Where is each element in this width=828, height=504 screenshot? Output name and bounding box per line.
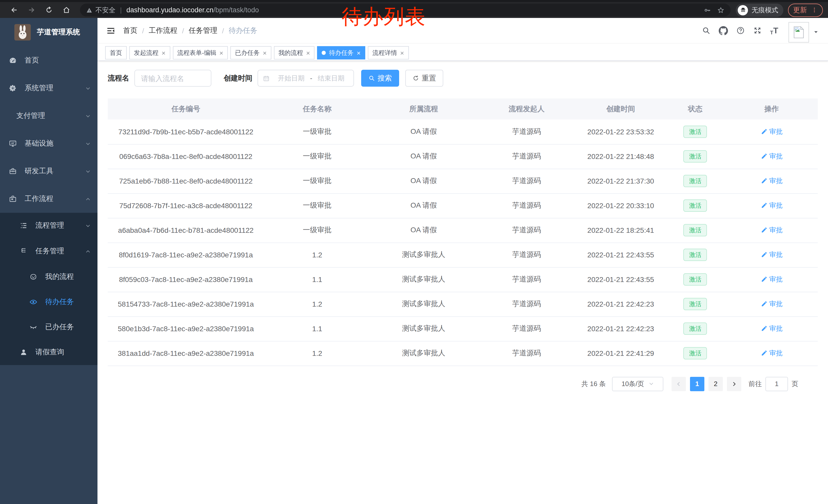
avatar-caret-icon[interactable] <box>813 29 819 35</box>
tab-label: 流程详情 <box>372 48 397 57</box>
key-icon[interactable] <box>704 6 711 13</box>
calendar-icon <box>263 75 270 82</box>
tab-my-process[interactable]: 我的流程× <box>274 46 315 59</box>
prev-page-button[interactable] <box>671 377 686 391</box>
address-bar[interactable]: 不安全 | dashboard.yudao.iocoder.cn /bpm/ta… <box>80 4 731 16</box>
search-button[interactable]: 搜索 <box>361 70 399 87</box>
sidebar-item-label: 系统管理 <box>25 84 53 93</box>
cell-process: OA 请假 <box>370 144 477 169</box>
breadcrumb-item[interactable]: 首页 <box>123 26 137 35</box>
tab-close-icon[interactable]: × <box>306 49 310 56</box>
edit-pen-icon <box>760 276 767 283</box>
cell-time: 2022-01-21 22:42:23 <box>576 292 665 316</box>
chevron-up-icon <box>85 196 91 202</box>
table-row: a6aba0a4-7b6d-11ec-b781-acde48001122一级审批… <box>108 218 818 242</box>
sidebar-item-leave-query[interactable]: 请假查询 <box>0 339 97 365</box>
browser-home-button[interactable] <box>60 4 72 16</box>
tab-close-icon[interactable]: × <box>263 49 266 56</box>
date-range-picker[interactable]: 开始日期 - 结束日期 <box>257 70 354 87</box>
cell-starter: 芋道源码 <box>477 292 576 316</box>
goto-suffix: 页 <box>792 379 798 388</box>
sidebar-item-todo-task[interactable]: 待办任务 <box>0 289 97 314</box>
tab-home[interactable]: 首页 <box>105 46 127 59</box>
fullscreen-icon[interactable] <box>753 26 762 35</box>
sidebar-item-home[interactable]: 首页 <box>0 47 97 74</box>
reset-button[interactable]: 重置 <box>405 70 443 87</box>
submenu-task-mgmt: 我的流程待办任务已办任务 <box>0 264 97 339</box>
breadcrumb-item[interactable]: 任务管理 <box>189 26 217 35</box>
hamburger-icon[interactable] <box>106 26 115 35</box>
update-button[interactable]: 更新 <box>788 3 823 17</box>
browser-reload-button[interactable] <box>43 4 55 16</box>
font-size-icon[interactable]: TT <box>770 26 778 35</box>
approve-link[interactable]: 审批 <box>760 226 783 235</box>
tab-close-icon[interactable]: × <box>219 49 223 56</box>
page-button-2[interactable]: 2 <box>708 377 723 391</box>
breadcrumb-separator: / <box>222 27 224 35</box>
sidebar-item-my-process[interactable]: 我的流程 <box>0 264 97 289</box>
sidebar-item-workflow[interactable]: 工作流程 <box>0 185 97 213</box>
table-head: 任务编号任务名称所属流程流程发起人创建时间状态操作 <box>108 98 818 120</box>
cell-action: 审批 <box>726 341 818 366</box>
dashboard-icon <box>9 56 17 64</box>
tab-done-task[interactable]: 已办任务× <box>230 46 271 59</box>
date-separator: - <box>310 74 313 82</box>
cell-starter: 芋道源码 <box>477 218 576 242</box>
status-tag: 激活 <box>683 249 707 261</box>
sidebar-item-process-mgmt[interactable]: 流程管理 <box>0 213 97 238</box>
page-button-1[interactable]: 1 <box>690 377 704 391</box>
sidebar-item-payment[interactable]: 支付管理 <box>0 102 97 130</box>
sidebar-logo-row[interactable]: 芋道管理系统 <box>0 18 97 47</box>
help-icon[interactable] <box>736 26 745 35</box>
approve-label: 审批 <box>769 324 783 333</box>
sidebar-item-system[interactable]: 系统管理 <box>0 74 97 102</box>
tab-form-edit[interactable]: 流程表单-编辑× <box>173 46 228 59</box>
tab-todo-task[interactable]: 待办任务× <box>317 46 365 59</box>
browser-forward-button[interactable] <box>25 4 37 16</box>
sidebar-item-done-task[interactable]: 已办任务 <box>0 314 97 339</box>
approve-link[interactable]: 审批 <box>760 176 783 186</box>
breadcrumb-item[interactable]: 工作流程 <box>149 26 177 35</box>
tab-close-icon[interactable]: × <box>400 49 404 56</box>
cell-status: 激活 <box>665 169 726 193</box>
tab-start-process[interactable]: 发起流程× <box>129 46 170 59</box>
browser-back-button[interactable] <box>8 4 20 16</box>
approve-link[interactable]: 审批 <box>760 250 783 260</box>
next-page-button[interactable] <box>727 377 741 391</box>
cell-id: 75d72608-7b7f-11ec-a3c8-acde48001122 <box>108 193 264 218</box>
sidebar-item-devtools[interactable]: 研发工具 <box>0 157 97 185</box>
goto-page-input[interactable] <box>765 377 788 391</box>
approve-link[interactable]: 审批 <box>760 349 783 358</box>
approve-link[interactable]: 审批 <box>760 201 783 210</box>
table-header-cell: 创建时间 <box>576 98 665 120</box>
cell-status: 激活 <box>665 144 726 169</box>
incognito-icon <box>738 5 748 15</box>
approve-label: 审批 <box>769 226 783 235</box>
approve-link[interactable]: 审批 <box>760 324 783 333</box>
tab-close-icon[interactable]: × <box>357 49 361 56</box>
process-name-input[interactable] <box>134 70 211 87</box>
edit-pen-icon <box>760 301 767 307</box>
cell-starter: 芋道源码 <box>477 316 576 341</box>
page-size-select[interactable]: 10条/页 <box>612 377 663 391</box>
tab-process-detail[interactable]: 流程详情× <box>368 46 409 59</box>
status-tag: 激活 <box>683 224 707 237</box>
sidebar-item-infrastructure[interactable]: 基础设施 <box>0 130 97 157</box>
approve-link[interactable]: 审批 <box>760 127 783 136</box>
sidebar-item-task-mgmt[interactable]: 任务管理 <box>0 238 97 264</box>
avatar[interactable] <box>788 22 809 42</box>
github-icon[interactable] <box>719 26 728 35</box>
browser-menu-icon[interactable] <box>811 7 818 13</box>
tab-label: 我的流程 <box>279 48 303 57</box>
breadcrumb-separator: / <box>142 27 144 35</box>
cell-process: 测试多审批人 <box>370 341 477 366</box>
status-tag: 激活 <box>683 175 707 187</box>
approve-label: 审批 <box>769 300 783 309</box>
approve-label: 审批 <box>769 349 783 358</box>
star-icon[interactable] <box>717 6 724 13</box>
approve-link[interactable]: 审批 <box>760 300 783 309</box>
search-icon[interactable] <box>702 26 710 35</box>
tab-close-icon[interactable]: × <box>162 49 165 56</box>
approve-link[interactable]: 审批 <box>760 275 783 284</box>
approve-link[interactable]: 审批 <box>760 152 783 161</box>
